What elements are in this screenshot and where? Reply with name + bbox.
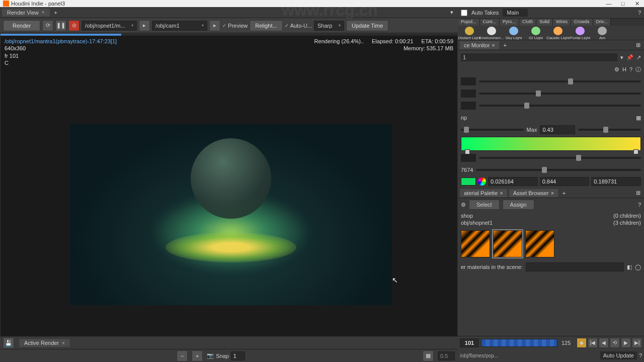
gear-icon[interactable]: ⚙ [461, 202, 466, 208]
material-thumbnail[interactable] [493, 230, 522, 257]
overlay-icon[interactable]: ▦ [423, 350, 434, 361]
param-slider[interactable] [476, 169, 641, 171]
tab-material-palette[interactable]: aterial Palette× [460, 189, 507, 197]
pane-layout-icon[interactable]: ⊞ [634, 189, 642, 197]
shelf-tool[interactable]: GI Light [525, 27, 546, 40]
add-tab-icon[interactable]: + [52, 9, 60, 17]
param-slider[interactable] [461, 129, 524, 131]
close-icon[interactable]: × [42, 10, 45, 15]
param-slider[interactable] [578, 129, 641, 131]
param-slider[interactable] [479, 157, 641, 159]
shelf-tab[interactable]: Wires [553, 19, 571, 26]
auto-takes-checkbox[interactable] [461, 10, 467, 16]
play-reverse-icon[interactable]: ◀ [599, 338, 609, 348]
ramp-type-icon[interactable]: ▦ [636, 115, 641, 121]
update-time-button[interactable]: Update Time [346, 20, 388, 31]
pause-icon[interactable]: ❚❚ [55, 20, 66, 31]
tab-render-view[interactable]: Render View × [2, 9, 50, 17]
window-close-icon[interactable]: ✕ [630, 0, 644, 7]
param-slider[interactable] [479, 80, 641, 82]
play-start-icon[interactable]: |◀ [588, 338, 598, 348]
zoom-out-icon[interactable]: − [177, 350, 188, 361]
tab-monitor[interactable]: ce Monitor× [460, 41, 499, 49]
camera-dropdown[interactable]: /obj/cam1▾ [152, 21, 207, 31]
pin-icon[interactable]: 📌 [626, 54, 633, 61]
shelf-tool[interactable]: Environmen... [481, 27, 502, 40]
link-icon[interactable]: H [622, 66, 626, 72]
select-button[interactable]: Select [469, 200, 500, 210]
shelf-tool[interactable]: Distant Light [459, 27, 480, 40]
shelf-tab[interactable]: Cont... [480, 19, 500, 26]
save-snapshot-icon[interactable]: 💾 [3, 337, 14, 348]
zoom-in-icon[interactable]: + [192, 350, 203, 361]
param-slider[interactable] [479, 93, 641, 95]
stop-icon[interactable]: ⊘ [68, 20, 79, 31]
shelf-tab[interactable]: Solid [536, 19, 553, 26]
quality-dropdown[interactable]: Sharp▾ [314, 21, 344, 31]
shelf-tab[interactable]: Crowds [571, 19, 593, 26]
snap-number[interactable]: 1 [231, 351, 245, 360]
shelf-tab[interactable]: Pyro... [500, 19, 519, 26]
close-icon[interactable]: × [492, 42, 495, 48]
color-b-field[interactable]: 0.189731 [591, 177, 641, 186]
rop-jump-icon[interactable]: ▸ [139, 20, 150, 31]
loop-icon[interactable]: ⟲ [610, 338, 620, 348]
shelf-tool[interactable]: Caustic Light [547, 27, 569, 40]
node-name-field[interactable]: 1 [461, 53, 617, 61]
sphere-icon[interactable]: ◯ [635, 264, 641, 270]
help-icon[interactable]: ? [629, 66, 632, 72]
tab-asset-browser[interactable]: Asset Browser× [509, 189, 558, 197]
keyframe-icon[interactable]: ◆ [577, 338, 587, 348]
window-maximize-icon[interactable]: □ [616, 0, 630, 7]
tree-row-shop[interactable]: shop(0 children) [461, 212, 641, 219]
help-icon[interactable]: ? [638, 10, 641, 16]
colorwheel-icon[interactable] [478, 177, 486, 186]
color-r-field[interactable]: 0.026164 [488, 177, 538, 186]
ramp-stop[interactable] [633, 149, 638, 154]
info-icon[interactable]: ⓘ [635, 66, 641, 73]
max-field[interactable]: 0.43 [540, 125, 575, 134]
material-thumbnail[interactable] [525, 230, 554, 257]
pane-menu-icon[interactable]: ⊞ [634, 41, 642, 49]
auto-update-checkbox[interactable]: Auto-U... [285, 23, 312, 29]
color-g-field[interactable]: 0.844 [540, 177, 590, 186]
color-swatch[interactable] [461, 177, 476, 186]
shelf-tab[interactable]: Cloth [519, 19, 536, 26]
param-slider[interactable] [479, 105, 641, 107]
shelf-tool[interactable]: Am [592, 27, 613, 40]
ramp-stop[interactable] [465, 149, 470, 154]
color-swatch[interactable] [461, 102, 476, 110]
rop-path-dropdown[interactable]: /obj/ropnet1/m...▾ [82, 21, 137, 31]
refresh-icon[interactable]: ⟳ [42, 20, 53, 31]
jump-icon[interactable]: ↗ [636, 54, 641, 61]
overlay-opacity[interactable]: 0.5 [438, 351, 455, 360]
color-swatch[interactable] [461, 77, 476, 85]
tree-row-shopnet[interactable]: obj/shopnet1(3 children) [461, 219, 641, 226]
help-icon[interactable]: ? [639, 352, 642, 358]
camera-icon[interactable]: 📷 [207, 352, 214, 359]
assign-button[interactable]: Assign [503, 200, 534, 210]
shelf-tab[interactable]: Driv... [593, 19, 611, 26]
shelf-tab[interactable]: Popul... [458, 19, 480, 26]
add-tab-icon[interactable]: + [560, 189, 568, 197]
color-swatch[interactable] [461, 89, 476, 98]
camera-jump-icon[interactable]: ▸ [209, 20, 220, 31]
take-dropdown[interactable]: Main [503, 9, 528, 17]
play-icon[interactable]: ▶ [621, 338, 631, 348]
shelf-tool[interactable]: Sky Light [503, 27, 524, 40]
update-mode-dropdown[interactable]: Auto Update [600, 351, 637, 359]
active-render-tab[interactable]: Active Render × [19, 339, 70, 347]
close-icon[interactable]: × [62, 340, 65, 346]
close-icon[interactable]: × [500, 190, 503, 196]
color-swatch[interactable] [461, 154, 476, 162]
play-end-icon[interactable]: ▶| [632, 338, 642, 348]
close-icon[interactable]: × [551, 190, 554, 196]
preview-checkbox[interactable]: Preview [222, 23, 248, 29]
filter-input[interactable] [526, 262, 624, 272]
chevron-down-icon[interactable]: ▾ [620, 54, 623, 61]
color-ramp[interactable] [461, 137, 641, 151]
cube-icon[interactable]: ◧ [627, 264, 632, 270]
render-viewport[interactable]: /obj/ropnet1/mantra1(pbrraytrace)-17:47:… [0, 33, 458, 337]
add-tab-icon[interactable]: + [501, 41, 509, 49]
pane-menu-icon[interactable]: ▾ [448, 9, 456, 17]
